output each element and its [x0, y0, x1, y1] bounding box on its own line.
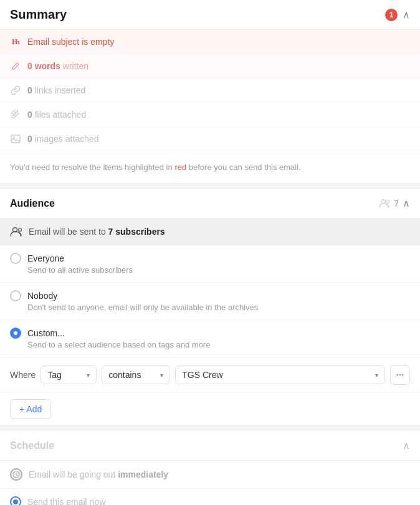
where-label: Where [10, 370, 36, 380]
subscribers-icon [379, 199, 390, 209]
tag-select-value: Tag [47, 370, 62, 380]
group-icon [10, 226, 22, 237]
value-select[interactable]: TGS Crew ▾ [175, 366, 385, 384]
filter-row: Where Tag ▾ contains ▾ TGS Crew ▾ ··· [0, 357, 420, 393]
radio-nobody-label: Nobody [27, 291, 57, 301]
summary-item-files: 0 files attached [0, 103, 420, 127]
error-badge: 1 [385, 9, 398, 21]
summary-item-images: 0 images attached [0, 127, 420, 151]
filter-value: TGS Crew [182, 370, 222, 380]
svg-point-5 [19, 229, 22, 232]
audience-collapse-button[interactable]: ∧ [403, 197, 410, 209]
value-chevron-icon: ▾ [375, 372, 378, 379]
divider-2 [0, 426, 420, 431]
radio-nobody-desc: Don't send to anyone, email will only be… [27, 303, 410, 312]
clock-icon [10, 468, 22, 481]
more-options-button[interactable]: ··· [390, 365, 410, 385]
tag-select[interactable]: Tag ▾ [41, 366, 97, 384]
radio-custom[interactable]: Custom... Send to a select audience base… [0, 320, 420, 357]
add-row: + Add [0, 393, 420, 426]
schedule-send-now[interactable]: Send this email now [0, 489, 420, 505]
radio-everyone-input[interactable] [10, 253, 21, 264]
immediately-text: Email will be going out immediately [29, 470, 168, 479]
schedule-collapse-button[interactable]: ∧ [403, 440, 410, 451]
summary-item-words: 0 words written [0, 54, 420, 78]
sent-banner: Email will be sent to 7 subscribers [0, 219, 420, 245]
subscriber-count: 7 [394, 199, 399, 209]
radio-custom-desc: Send to a select audience based on tags … [27, 340, 410, 349]
schedule-immediately: Email will be going out immediately [0, 461, 420, 489]
svg-point-3 [386, 200, 389, 203]
words-label: 0 words written [27, 61, 88, 71]
image-icon [10, 133, 21, 144]
contains-select[interactable]: contains ▾ [102, 366, 170, 384]
audience-header-right: 7 ∧ [379, 197, 410, 209]
pencil-icon [10, 60, 21, 72]
radio-everyone[interactable]: Everyone Send to all active subscribers [0, 245, 420, 283]
radio-custom-input[interactable] [10, 328, 21, 339]
link-icon [10, 85, 21, 96]
radio-custom-label: Custom... [27, 328, 65, 338]
radio-everyone-label: Everyone [27, 253, 64, 263]
contains-select-value: contains [108, 370, 141, 380]
send-now-radio[interactable] [10, 496, 21, 505]
h1-icon: H₁ [10, 36, 21, 47]
summary-collapse-button[interactable]: ∧ [403, 9, 410, 21]
summary-section: Summary 1 ∧ H₁ Email subject is empty 0 … [0, 0, 420, 184]
schedule-title: Schedule [10, 440, 54, 451]
images-label: 0 images attached [27, 134, 98, 144]
subject-error-label: Email subject is empty [27, 37, 114, 47]
svg-rect-0 [11, 135, 20, 143]
schedule-header: Schedule ∧ [0, 431, 420, 461]
divider-1 [0, 184, 420, 189]
summary-title: Summary [10, 7, 67, 22]
resolve-notice: You'd need to resolve the items highligh… [0, 151, 420, 184]
paperclip-icon [10, 109, 21, 120]
links-label: 0 links inserted [27, 85, 85, 95]
radio-nobody-input[interactable] [10, 290, 21, 301]
sent-banner-text: Email will be sent to 7 subscribers [29, 227, 165, 237]
svg-point-2 [381, 200, 385, 204]
add-button[interactable]: + Add [10, 399, 51, 419]
summary-header: Summary 1 ∧ [0, 0, 420, 30]
audience-title: Audience [10, 198, 55, 209]
audience-header: Audience 7 ∧ [0, 189, 420, 219]
contains-chevron-icon: ▾ [160, 372, 163, 379]
summary-header-right: 1 ∧ [385, 9, 410, 21]
add-button-label: + Add [19, 404, 42, 414]
tag-chevron-icon: ▾ [87, 372, 90, 379]
summary-item-subject: H₁ Email subject is empty [0, 30, 420, 54]
svg-point-1 [13, 137, 15, 139]
schedule-section: Schedule ∧ Email will be going out immed… [0, 431, 420, 505]
radio-everyone-desc: Send to all active subscribers [27, 265, 410, 275]
files-label: 0 files attached [27, 110, 86, 120]
audience-section: Audience 7 ∧ Email will be sent to 7 sub… [0, 189, 420, 426]
radio-nobody[interactable]: Nobody Don't send to anyone, email will … [0, 283, 420, 320]
send-now-label: Send this email now [27, 497, 105, 505]
summary-item-links: 0 links inserted [0, 78, 420, 103]
